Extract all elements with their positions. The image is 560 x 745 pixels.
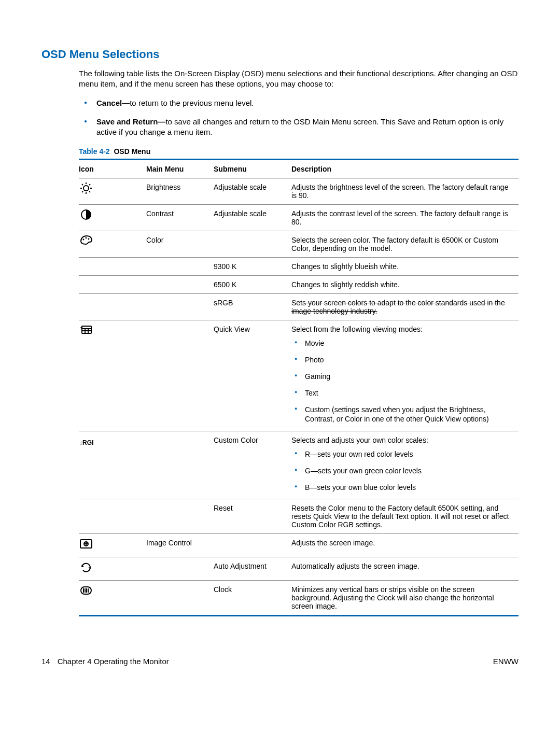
icon-cell [79,293,146,320]
description-cell: Adjusts the screen image. [291,534,519,557]
description-bullet-item: Custom (settings saved when you adjust t… [291,405,515,424]
main-menu-cell [146,257,214,275]
icon-cell [79,178,146,204]
svg-text:↓RGB: ↓RGB [79,439,93,446]
quickview-icon [79,324,93,337]
table-row: 9300 KChanges to slightly blueish white. [79,257,519,275]
submenu-cell: Adjustable scale [214,178,291,204]
description-cell: Sets your screen colors to adapt to the … [291,293,519,320]
description-bullet-item: G—sets your own green color levels [291,466,515,475]
description-cell: Minimizes any vertical bars or strips vi… [291,581,519,616]
main-menu-cell [146,320,214,431]
icon-cell: ↓RGB [79,431,146,499]
icon-cell [79,557,146,581]
description-cell: Automatically adjusts the screen image. [291,557,519,581]
table-row: ColorSelects the screen color. The facto… [79,231,519,257]
imagecontrol-icon [79,537,93,551]
color-icon [79,234,93,248]
table-row: ↓RGBCustom ColorSelects and adjusts your… [79,431,519,499]
table-caption: Table 4-2 OSD Menu [79,147,519,156]
contrast-icon [79,208,93,221]
svg-point-12 [88,238,90,240]
svg-line-8 [82,191,83,192]
svg-point-10 [83,238,85,240]
main-menu-cell: Image Control [146,534,214,557]
svg-line-5 [82,184,83,185]
submenu-cell: sRGB [214,293,291,320]
svg-point-11 [86,237,87,238]
description-cell: Selects and adjusts your own color scale… [291,431,519,499]
main-menu-cell [146,499,214,534]
main-menu-cell [146,293,214,320]
submenu-cell: Clock [214,581,291,616]
table-header-row: Icon Main Menu Submenu Description [79,159,519,178]
footer-right: ENWW [493,657,519,666]
icon-cell [79,581,146,616]
col-desc-header: Description [291,159,519,178]
description-bullet-item: Gaming [291,372,515,381]
table-row: ClockMinimizes any vertical bars or stri… [79,581,519,616]
submenu-cell: Custom Color [214,431,291,499]
description-bullet-item: R—sets your own red color levels [291,449,515,459]
top-bullet-item: Save and Return—to save all changes and … [79,117,519,138]
main-menu-cell: Color [146,231,214,257]
table-row: BrightnessAdjustable scaleAdjusts the br… [79,178,519,204]
table-row: Auto AdjustmentAutomatically adjusts the… [79,557,519,581]
main-menu-cell: Brightness [146,178,214,204]
svg-rect-13 [82,326,91,333]
icon-cell [79,204,146,231]
chapter-label: Chapter 4 Operating the Monitor [58,657,169,666]
description-cell: Changes to slightly blueish white. [291,257,519,275]
rgb-icon: ↓RGB [79,434,93,448]
icon-cell [79,275,146,293]
brightness-icon [79,181,93,195]
main-menu-cell [146,275,214,293]
clock-icon [79,584,93,597]
section-heading: OSD Menu Selections [41,48,519,61]
top-bullet-item: Cancel—to return to the previous menu le… [79,98,519,108]
description-cell: Adjusts the contrast level of the screen… [291,204,519,231]
description-bullets: MoviePhotoGamingTextCustom (settings sav… [291,339,515,424]
table-row: Image ControlAdjusts the screen image. [79,534,519,557]
auto-icon [79,560,93,574]
main-menu-cell [146,581,214,616]
description-cell: Changes to slightly reddish white. [291,275,519,293]
icon-cell [79,499,146,534]
submenu-cell: Quick View [214,320,291,431]
page-footer: 14 Chapter 4 Operating the Monitor ENWW [0,637,560,686]
table-row: ContrastAdjustable scaleAdjusts the cont… [79,204,519,231]
table-row: 6500 KChanges to slightly reddish white. [79,275,519,293]
icon-cell [79,257,146,275]
icon-cell [79,534,146,557]
description-cell: Resets the Color menu to the Factory def… [291,499,519,534]
col-icon-header: Icon [79,159,146,178]
description-cell: Select from the following viewing modes:… [291,320,519,431]
description-bullet-item: Text [291,388,515,398]
svg-line-6 [89,191,90,192]
submenu-cell [214,534,291,557]
description-bullet-item: Movie [291,339,515,348]
table-row: ResetResets the Color menu to the Factor… [79,499,519,534]
svg-point-0 [83,186,89,191]
osd-menu-table: Icon Main Menu Submenu Description Brigh… [79,159,519,617]
submenu-cell: 6500 K [214,275,291,293]
main-menu-cell [146,557,214,581]
submenu-cell [214,231,291,257]
description-bullets: R—sets your own red color levelsG—sets y… [291,449,515,493]
description-cell: Adjusts the brightness level of the scre… [291,178,519,204]
svg-line-7 [89,184,90,185]
description-bullet-item: B—sets your own blue color levels [291,483,515,492]
col-sub-header: Submenu [214,159,291,178]
main-menu-cell [146,431,214,499]
submenu-cell: 9300 K [214,257,291,275]
submenu-cell: Adjustable scale [214,204,291,231]
description-cell: Selects the screen color. The factory de… [291,231,519,257]
submenu-cell: Auto Adjustment [214,557,291,581]
intro-paragraph: The following table lists the On-Screen … [79,68,519,90]
icon-cell [79,320,146,431]
icon-cell [79,231,146,257]
table-row: sRGBSets your screen colors to adapt to … [79,293,519,320]
submenu-cell: Reset [214,499,291,534]
main-menu-cell: Contrast [146,204,214,231]
description-bullet-item: Photo [291,355,515,364]
